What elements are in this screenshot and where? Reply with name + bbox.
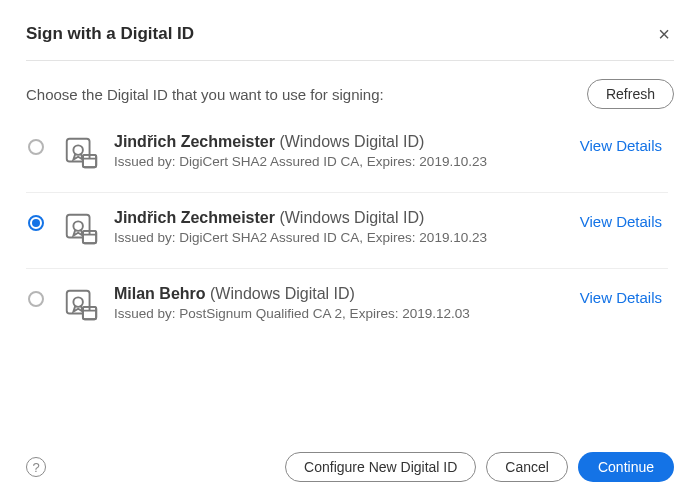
certificate-icon — [62, 209, 100, 247]
certificate-icon — [62, 285, 100, 323]
certificate-item[interactable]: Jindřich Zechmeister (Windows Digital ID… — [26, 192, 668, 268]
certificate-name-line: Milan Behro (Windows Digital ID) — [114, 285, 572, 303]
dialog-title: Sign with a Digital ID — [26, 24, 194, 44]
certificate-issuer: Issued by: DigiCert SHA2 Assured ID CA, … — [114, 154, 572, 169]
certificate-list[interactable]: Jindřich Zechmeister (Windows Digital ID… — [26, 117, 674, 424]
view-details-link[interactable]: View Details — [580, 137, 662, 154]
view-details-link[interactable]: View Details — [580, 289, 662, 306]
certificate-issuer: Issued by: DigiCert SHA2 Assured ID CA, … — [114, 230, 572, 245]
certificate-radio[interactable] — [28, 291, 44, 307]
certificate-type: (Windows Digital ID) — [279, 209, 424, 226]
certificate-icon — [62, 133, 100, 171]
close-icon[interactable]: × — [654, 22, 674, 46]
sign-digital-id-dialog: Sign with a Digital ID × Choose the Digi… — [0, 0, 700, 500]
dialog-footer: ? Configure New Digital ID Cancel Contin… — [26, 424, 674, 482]
certificate-name: Jindřich Zechmeister — [114, 209, 275, 226]
svg-point-9 — [73, 297, 83, 307]
certificate-list-container: Jindřich Zechmeister (Windows Digital ID… — [26, 117, 684, 424]
help-icon[interactable]: ? — [26, 457, 46, 477]
svg-point-1 — [73, 145, 83, 155]
certificate-info: Milan Behro (Windows Digital ID) Issued … — [114, 285, 572, 321]
certificate-icon-wrap — [62, 133, 100, 175]
certificate-issuer: Issued by: PostSignum Qualified CA 2, Ex… — [114, 306, 572, 321]
prompt-text: Choose the Digital ID that you want to u… — [26, 86, 384, 103]
view-details-link[interactable]: View Details — [580, 213, 662, 230]
certificate-icon-wrap — [62, 209, 100, 251]
certificate-item[interactable]: Jindřich Zechmeister (Windows Digital ID… — [26, 117, 668, 192]
certificate-icon-wrap — [62, 285, 100, 327]
certificate-radio[interactable] — [28, 215, 44, 231]
certificate-name-line: Jindřich Zechmeister (Windows Digital ID… — [114, 133, 572, 151]
certificate-name: Milan Behro — [114, 285, 206, 302]
certificate-type: (Windows Digital ID) — [279, 133, 424, 150]
certificate-name: Jindřich Zechmeister — [114, 133, 275, 150]
continue-button[interactable]: Continue — [578, 452, 674, 482]
certificate-info: Jindřich Zechmeister (Windows Digital ID… — [114, 209, 572, 245]
configure-new-id-button[interactable]: Configure New Digital ID — [285, 452, 476, 482]
dialog-header: Sign with a Digital ID × — [26, 22, 674, 46]
prompt-row: Choose the Digital ID that you want to u… — [26, 79, 674, 109]
certificate-name-line: Jindřich Zechmeister (Windows Digital ID… — [114, 209, 572, 227]
certificate-item[interactable]: Milan Behro (Windows Digital ID) Issued … — [26, 268, 668, 344]
certificate-radio[interactable] — [28, 139, 44, 155]
certificate-info: Jindřich Zechmeister (Windows Digital ID… — [114, 133, 572, 169]
certificate-type: (Windows Digital ID) — [210, 285, 355, 302]
header-divider — [26, 60, 674, 61]
cancel-button[interactable]: Cancel — [486, 452, 568, 482]
refresh-button[interactable]: Refresh — [587, 79, 674, 109]
svg-point-5 — [73, 221, 83, 231]
